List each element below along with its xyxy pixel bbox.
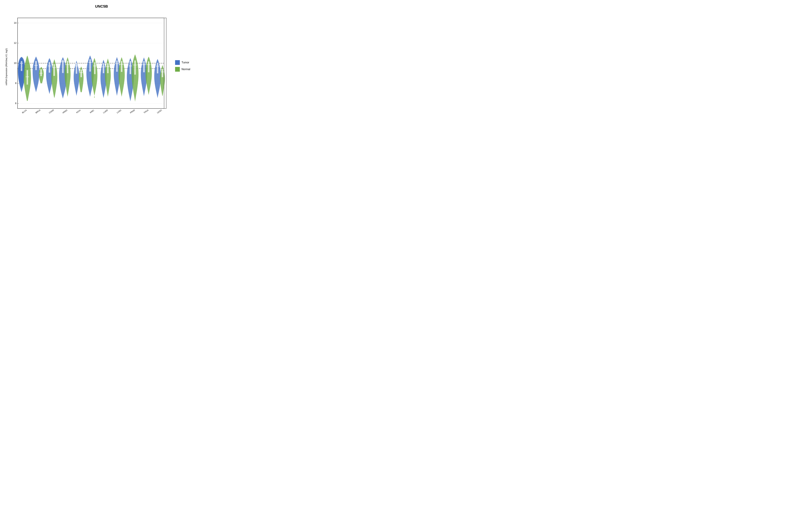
svg-rect-29 <box>94 62 96 74</box>
legend-item-normal: Normal <box>175 67 190 72</box>
svg-rect-64 <box>21 76 22 76</box>
x-label-kich: KICH <box>76 109 81 114</box>
svg-rect-53 <box>20 61 21 61</box>
svg-rect-65 <box>21 78 22 78</box>
x-label-kirc: KIRC <box>89 109 95 114</box>
svg-rect-35 <box>116 60 118 72</box>
svg-rect-59 <box>21 68 22 68</box>
svg-rect-63 <box>20 74 21 74</box>
svg-rect-66 <box>21 79 21 80</box>
x-label-hnsc: HNSC <box>62 109 68 114</box>
svg-rect-55 <box>21 63 22 64</box>
svg-rect-51 <box>21 59 21 59</box>
svg-rect-27 <box>89 59 91 71</box>
svg-rect-70 <box>21 87 22 87</box>
svg-rect-45 <box>148 61 150 72</box>
svg-rect-13 <box>40 69 42 76</box>
legend-item-tumor: Tumor <box>175 60 189 65</box>
violin-blca-n-iqr <box>27 70 28 85</box>
violin-plot-svg: 6 8 10 12 <box>8 9 172 124</box>
svg-rect-49 <box>162 69 163 77</box>
plot-and-legend: 6 8 10 12 <box>8 9 199 124</box>
svg-rect-47 <box>157 63 158 73</box>
legend-container: Tumor Normal <box>172 9 199 124</box>
x-label-luad: LUAD <box>103 109 108 114</box>
x-label-ucec: UCEC <box>156 109 162 114</box>
chart-body: mRNA Expression (RNASeq V2, log2) <box>4 9 199 124</box>
svg-rect-39 <box>130 61 131 74</box>
plot-area-wrapper: 6 8 10 12 <box>8 9 199 124</box>
svg-rect-54 <box>21 62 22 62</box>
svg-rect-43 <box>143 61 145 72</box>
x-label-prad: PRAD <box>130 109 135 114</box>
plot-svg-container: 6 8 10 12 <box>8 9 172 124</box>
svg-rect-57 <box>21 65 22 66</box>
legend-color-normal <box>175 67 180 72</box>
svg-rect-25 <box>81 70 82 77</box>
y-axis-label: mRNA Expression (RNASeq V2, log2) <box>4 9 8 124</box>
svg-rect-52 <box>21 60 22 60</box>
svg-rect-60 <box>21 69 22 69</box>
svg-rect-58 <box>20 66 21 67</box>
svg-rect-31 <box>103 63 104 73</box>
legend-label-normal: Normal <box>182 68 190 71</box>
x-label-lusc: LUSC <box>116 109 122 114</box>
svg-rect-41 <box>134 60 136 75</box>
violin-blca-t-iqr <box>21 61 22 71</box>
svg-rect-23 <box>76 63 77 74</box>
svg-rect-68 <box>20 83 21 83</box>
legend-label-tumor: Tumor <box>182 61 189 64</box>
chart-title: UNC5B <box>95 4 108 9</box>
x-label-thca: THCA <box>143 109 149 114</box>
svg-rect-62 <box>21 72 22 73</box>
y-tick-14: 14 <box>14 21 16 24</box>
svg-rect-17 <box>53 64 55 76</box>
svg-rect-61 <box>21 70 21 71</box>
y-tick-10: 10 <box>14 62 16 64</box>
x-label-blca: BLCA <box>21 109 27 114</box>
chart-container: UNC5B mRNA Expression (RNASeq V2, log2) <box>4 3 199 124</box>
svg-rect-15 <box>49 62 50 73</box>
x-label-coad: COAD <box>48 109 54 114</box>
svg-rect-21 <box>67 61 68 73</box>
svg-rect-67 <box>21 81 22 81</box>
y-tick-12: 12 <box>14 42 16 44</box>
svg-rect-69 <box>21 85 22 86</box>
svg-rect-33 <box>107 63 109 73</box>
svg-rect-56 <box>21 64 21 65</box>
x-label-brca: BRCA <box>35 109 41 114</box>
y-tick-6: 6 <box>15 102 16 105</box>
legend-color-tumor <box>175 60 180 65</box>
y-tick-8: 8 <box>15 82 16 84</box>
svg-rect-37 <box>121 61 122 72</box>
